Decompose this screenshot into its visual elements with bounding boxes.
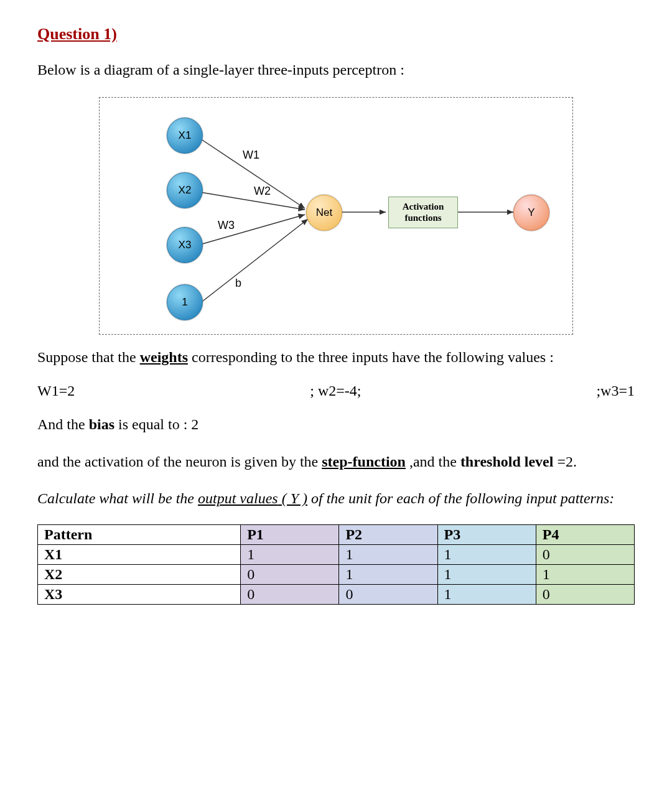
bias-post: is equal to : 2 [114,416,198,432]
th-p4: P4 [536,524,634,544]
cell: 1 [536,564,634,584]
node-bias-1: 1 [167,284,203,320]
cell: 0 [241,564,339,584]
th-p3: P3 [437,524,536,544]
bias-text: And the bias is equal to : 2 [37,411,635,439]
output-values-word: output values [198,490,278,506]
svg-line-2 [200,215,305,244]
table-header-row: Pattern P1 P2 P3 P4 [38,524,635,544]
table-row: X3 0 0 1 0 [38,584,635,604]
suppose-text: Suppose that the weights corresponding t… [37,343,635,372]
row-label-x3: X3 [38,584,241,604]
cell: 0 [241,584,339,604]
calc-pre: Calculate what will be the [37,490,198,506]
threshold-post: =2. [553,453,577,470]
node-y: Y [513,195,549,231]
label-w1: W1 [243,149,259,162]
activation-box: Activation functions [388,197,458,229]
cell: 0 [536,544,634,564]
activation-line2: functions [404,213,441,223]
threshold-word: threshold level [460,453,554,470]
question-title: Question 1) [37,25,635,44]
cell: 0 [536,584,634,604]
node-net: Net [306,195,342,231]
row-label-x1: X1 [38,544,241,564]
cell: 1 [241,544,339,564]
w3-value: ;w3=1 [596,383,635,399]
svg-line-3 [200,219,308,303]
cell: 1 [437,584,536,604]
w2-value: ; w2=-4; [310,383,361,399]
cell: 1 [339,564,437,584]
bias-pre: And the [37,416,89,432]
activation-text: and the activation of the neuron is give… [37,448,635,477]
activation-mid: ,and the [406,453,460,470]
cell: 1 [437,564,536,584]
svg-line-1 [200,192,305,210]
label-b: b [235,277,241,290]
label-w3: W3 [218,219,235,232]
suppose-pre: Suppose that the [37,349,140,365]
intro-text: Below is a diagram of a single-layer thr… [37,56,635,85]
table-row: X2 0 1 1 1 [38,564,635,584]
node-x3: X3 [167,227,203,263]
perceptron-diagram: X1 X2 X3 1 Net Activation functions Y W1… [99,97,573,335]
node-x1: X1 [167,118,203,154]
stepfn-word: step-function [322,453,406,470]
activation-line1: Activation [403,202,444,212]
th-p2: P2 [339,524,437,544]
weights-values: W1=2 ; w2=-4; ;w3=1 [37,383,635,399]
suppose-post: corresponding to the three inputs have t… [188,349,554,365]
node-x2: X2 [167,172,203,208]
th-p1: P1 [241,524,339,544]
row-label-x2: X2 [38,564,241,584]
calculate-text: Calculate what will be the output values… [37,485,635,513]
pattern-table: Pattern P1 P2 P3 P4 X1 1 1 1 0 X2 0 1 1 … [37,524,635,605]
calc-post: of the unit for each of the following in… [307,490,614,506]
table-row: X1 1 1 1 0 [38,544,635,564]
cell: 1 [339,544,437,564]
weights-word: weights [140,349,188,365]
activation-pre: and the activation of the neuron is give… [37,453,322,470]
label-w2: W2 [254,185,271,198]
y-word: ( Y ) [278,490,307,506]
th-pattern: Pattern [38,524,241,544]
bias-word: bias [89,416,114,432]
w1-value: W1=2 [37,383,75,399]
cell: 0 [339,584,437,604]
cell: 1 [437,544,536,564]
